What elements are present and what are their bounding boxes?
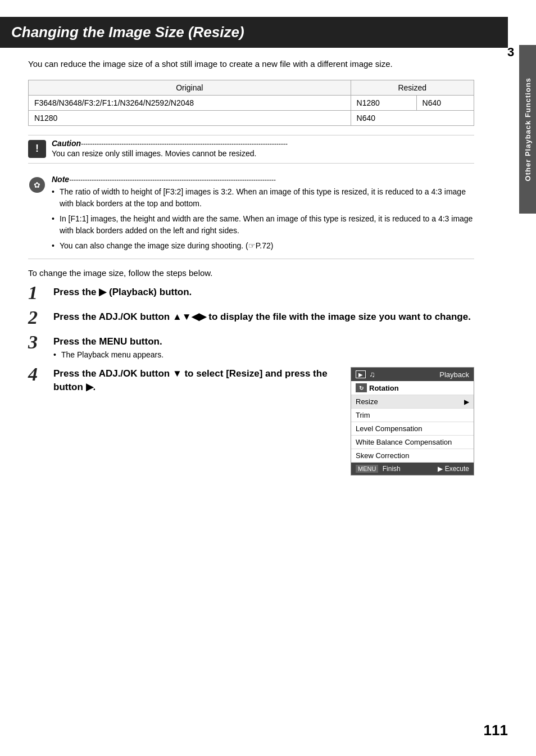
table-cell-resized2-1: N640 [416, 95, 474, 110]
note-item-1: The ratio of width to height of [F3:2] i… [52, 186, 474, 210]
menu-item-resize: Resize [356, 397, 378, 406]
step-2: 2 Press the ADJ./OK button ▲▼◀▶ to displ… [28, 310, 474, 327]
step-1-number: 1 [28, 283, 53, 302]
music-icon: ♫ [369, 370, 375, 379]
step-2-number: 2 [28, 308, 53, 327]
note-item-3: You can also change the image size durin… [52, 240, 474, 252]
resize-arrow: ▶ [464, 398, 469, 406]
rotation-icon: ↻ [356, 383, 367, 392]
table-cell-resized1-2: N640 [351, 110, 474, 125]
caution-icon-symbol: ! [35, 143, 39, 155]
playback-menu-title: Playback [439, 370, 469, 379]
note-dashes: ----------------------------------------… [69, 176, 276, 184]
chapter-number: 3 [507, 45, 514, 60]
menu-item-level: Level Compensation [356, 424, 423, 433]
step-2-title: Press the ADJ./OK button ▲▼◀▶ to display… [53, 310, 474, 324]
step4-image: ▶ ♫ Playback ↻ Rotation [351, 367, 474, 476]
resize-table: Original Resized F3648/N3648/F3:2/F1:1/N… [28, 80, 474, 126]
step-4: 4 Press the ADJ./OK button ▼ to select [… [28, 367, 474, 476]
table-cell-original-1: F3648/N3648/F3:2/F1:1/N3264/N2592/N2048 [29, 95, 351, 110]
note-icon: ✿ [28, 176, 46, 194]
step-4-title: Press the ADJ./OK button ▼ to select [Re… [53, 367, 339, 394]
caution-text: You can resize only still images. Movies… [52, 148, 474, 160]
menu-row-resize: Resize ▶ [351, 395, 474, 409]
step-4-content: Press the ADJ./OK button ▼ to select [Re… [53, 367, 474, 476]
step-3-title: Press the MENU button. [53, 335, 474, 348]
page-title: Changing the Image Size (Resize) [11, 24, 497, 41]
table-row: N1280 N640 [29, 110, 474, 125]
play-triangle: ▶ [358, 372, 363, 378]
menu-row-trim: Trim [351, 409, 474, 422]
step4-container: Press the ADJ./OK button ▼ to select [Re… [53, 367, 474, 476]
menu-item-wb: White Balance Compensation [356, 438, 452, 446]
right-sidebar: Other Playback Functions [519, 45, 536, 214]
play-icon: ▶ [356, 370, 366, 378]
caution-title: Caution---------------------------------… [52, 139, 474, 148]
note-box: ✿ Note----------------------------------… [28, 171, 474, 259]
footer-menu-btn: MENU [356, 465, 378, 473]
intro-text: You can reduce the image size of a shot … [28, 58, 474, 71]
caution-content: Caution---------------------------------… [52, 139, 474, 160]
note-icon-shape: ✿ [29, 177, 45, 193]
title-bar: Changing the Image Size (Resize) [0, 17, 508, 48]
step-2-content: Press the ADJ./OK button ▲▼◀▶ to display… [53, 310, 474, 324]
step-1-title: Press the ▶ (Playback) button. [53, 286, 474, 299]
caution-box: ! Caution-------------------------------… [28, 135, 474, 164]
table-header-resized: Resized [351, 80, 474, 95]
caution-icon: ! [28, 140, 46, 158]
step-1: 1 Press the ▶ (Playback) button. [28, 286, 474, 302]
step4-text: Press the ADJ./OK button ▼ to select [Re… [53, 367, 339, 394]
note-list: The ratio of width to height of [F3:2] i… [52, 186, 474, 252]
footer-execute-label: ▶ Execute [438, 465, 469, 473]
menu-item-trim: Trim [356, 411, 370, 419]
step-3-content: Press the MENU button. The Playback menu… [53, 335, 474, 360]
page-container: Changing the Image Size (Resize) You can… [0, 0, 536, 506]
steps-intro: To change the image size, follow the ste… [28, 268, 474, 278]
note-title: Note------------------------------------… [52, 175, 474, 184]
step-4-number: 4 [28, 365, 53, 384]
step-1-content: Press the ▶ (Playback) button. [53, 286, 474, 299]
table-cell-original-2: N1280 [29, 110, 351, 125]
playback-menu-footer: MENU Finish ▶ Execute [351, 463, 474, 475]
playback-menu: ▶ ♫ Playback ↻ Rotation [351, 367, 474, 476]
menu-row-level: Level Compensation [351, 422, 474, 436]
step-3-sub: The Playback menu appears. [53, 350, 474, 359]
chapter-number-container: 3 [502, 45, 519, 60]
table-header-original: Original [29, 80, 351, 95]
table-cell-resized1-1: N1280 [351, 95, 416, 110]
note-item-2: In [F1:1] images, the height and width a… [52, 213, 474, 237]
playback-menu-header: ▶ ♫ Playback [351, 368, 474, 381]
menu-item-skew: Skew Correction [356, 451, 409, 460]
step-3-number: 3 [28, 333, 53, 352]
note-content: Note------------------------------------… [52, 175, 474, 255]
header-icons: ▶ ♫ [356, 370, 375, 379]
caution-dashes: ----------------------------------------… [81, 140, 288, 148]
footer-finish-label: Finish [383, 465, 401, 473]
table-row: F3648/N3648/F3:2/F1:1/N3264/N2592/N2048 … [29, 95, 474, 110]
menu-item-rotation: Rotation [369, 384, 399, 392]
menu-row-skew: Skew Correction [351, 449, 474, 463]
step-3: 3 Press the MENU button. The Playback me… [28, 335, 474, 360]
page-number: 111 [484, 722, 508, 739]
menu-row-wb: White Balance Compensation [351, 436, 474, 449]
sidebar-label: Other Playback Functions [524, 78, 532, 181]
menu-row-rotation: ↻ Rotation [351, 381, 474, 395]
